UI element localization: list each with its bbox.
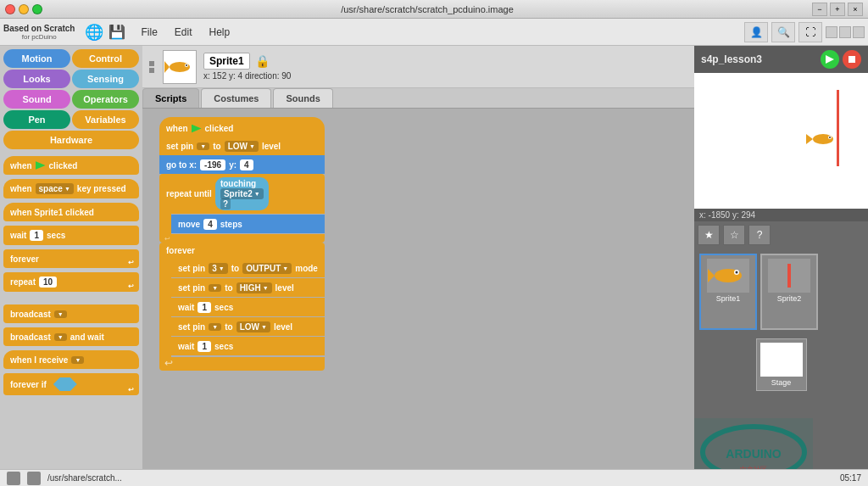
broadcast-wait-dd[interactable] bbox=[54, 333, 67, 341]
layout-btn1[interactable] bbox=[826, 26, 837, 38]
wait-num[interactable]: 1 bbox=[30, 230, 43, 241]
block-move-steps[interactable]: move 4 steps bbox=[171, 215, 325, 233]
block-text2: clicked bbox=[49, 161, 78, 170]
cat-operators[interactable]: Operators bbox=[72, 90, 139, 109]
star-tool[interactable]: ★ bbox=[698, 225, 720, 245]
sprite-name-box[interactable]: Sprite1 bbox=[203, 53, 250, 70]
block-broadcast[interactable]: broadcast bbox=[3, 304, 139, 323]
script-canvas[interactable]: when clicked set pin to LOW level go to … bbox=[142, 109, 694, 486]
block-broadcast-wait[interactable]: broadcast and wait bbox=[3, 327, 139, 346]
titlebar-icon3[interactable]: × bbox=[848, 3, 863, 16]
lock-icon[interactable]: 🔒 bbox=[255, 54, 270, 68]
cat-looks[interactable]: Looks bbox=[3, 70, 70, 88]
cat-pen[interactable]: Pen bbox=[3, 110, 70, 129]
block-repeat[interactable]: repeat 10 ↩ bbox=[3, 272, 139, 292]
star2-tool[interactable]: ☆ bbox=[723, 225, 745, 245]
close-button[interactable] bbox=[5, 4, 15, 14]
search-icon[interactable]: 🔍 bbox=[771, 22, 795, 42]
block-when-flag-clicked[interactable]: when clicked bbox=[3, 156, 139, 175]
block-forever[interactable]: forever ↩ bbox=[3, 249, 139, 268]
block-set-pin-output[interactable]: set pin 3 to OUTPUT mode bbox=[171, 259, 325, 277]
titlebar-icon1[interactable]: − bbox=[812, 3, 827, 16]
block-when-receive[interactable]: when I receive bbox=[3, 350, 139, 369]
minimize-button[interactable] bbox=[19, 4, 29, 14]
pin-dropdown1[interactable] bbox=[197, 142, 209, 150]
broadcast-dd[interactable] bbox=[54, 310, 67, 318]
block-go-to-xy[interactable]: go to x: -196 y: 4 bbox=[159, 155, 325, 174]
block-wait2[interactable]: wait 1 secs bbox=[171, 337, 325, 355]
tab-costumes[interactable]: Costumes bbox=[201, 88, 271, 108]
stop-button[interactable] bbox=[843, 50, 861, 69]
stage-item[interactable]: Stage bbox=[756, 338, 807, 391]
nav-up[interactable] bbox=[149, 61, 154, 66]
key-dropdown[interactable]: space bbox=[36, 183, 74, 194]
block-when-sprite1-clicked[interactable]: when Sprite1 clicked bbox=[3, 203, 139, 221]
tab-scripts[interactable]: Scripts bbox=[142, 88, 199, 108]
block-text: when bbox=[10, 161, 32, 170]
sprite-coords: x: 152 y: 4 direction: 90 bbox=[203, 71, 291, 81]
bool-slot bbox=[53, 377, 77, 391]
right-panel: s4p_lesson3 bbox=[694, 46, 868, 486]
left-panel: Motion Control Looks Sensing Sound Opera… bbox=[0, 46, 142, 486]
block-forever-if[interactable]: forever if ↩ bbox=[3, 373, 139, 395]
cat-hardware[interactable]: Hardware bbox=[3, 131, 139, 149]
menu-help[interactable]: Help bbox=[203, 23, 237, 42]
layout-btn2[interactable] bbox=[839, 26, 851, 38]
cat-sound[interactable]: Sound bbox=[3, 90, 70, 109]
stage-section: Stage bbox=[699, 338, 863, 413]
svg-point-13 bbox=[736, 271, 738, 274]
arrow-icon3: ↩ bbox=[128, 386, 134, 394]
cat-sensing[interactable]: Sensing bbox=[72, 70, 139, 88]
block-set-pin-high[interactable]: set pin to HIGH level bbox=[171, 278, 325, 297]
tab-sounds[interactable]: Sounds bbox=[273, 88, 332, 108]
fullscreen-icon[interactable]: ⛶ bbox=[798, 22, 822, 42]
svg-point-9 bbox=[829, 137, 831, 138]
category-buttons: Motion Control Looks Sensing Sound Opera… bbox=[0, 46, 142, 153]
layout-btn3[interactable] bbox=[853, 26, 865, 38]
svg-text:ARDUINO: ARDUINO bbox=[726, 447, 781, 461]
sprite-item-1[interactable]: Sprite1 bbox=[699, 254, 757, 330]
block-when-key-pressed[interactable]: when space key pressed bbox=[3, 179, 139, 198]
green-flag-button[interactable] bbox=[821, 50, 839, 69]
wait1-num[interactable]: 1 bbox=[198, 302, 211, 313]
help-tool[interactable]: ? bbox=[748, 225, 771, 245]
window-controls[interactable] bbox=[5, 4, 42, 14]
titlebar-icon2[interactable]: + bbox=[830, 3, 845, 16]
menu-file[interactable]: File bbox=[134, 23, 164, 42]
globe-icon[interactable]: 🌐 bbox=[85, 23, 103, 42]
repeat-until-header[interactable]: repeat until touching Sprite2 ? bbox=[159, 174, 325, 214]
forever-header[interactable]: forever bbox=[159, 243, 325, 259]
nav-down[interactable] bbox=[149, 68, 154, 73]
sprite-header: Sprite1 🔒 x: 152 y: 4 direction: 90 bbox=[142, 46, 694, 88]
wait2-num[interactable]: 1 bbox=[198, 341, 211, 352]
svg-rect-4 bbox=[694, 73, 868, 209]
cat-motion[interactable]: Motion bbox=[3, 49, 70, 68]
output-dd[interactable]: OUTPUT bbox=[242, 263, 292, 274]
person-icon[interactable]: 👤 bbox=[744, 22, 768, 42]
maximize-button[interactable] bbox=[32, 4, 42, 14]
cat-control[interactable]: Control bbox=[72, 49, 139, 68]
cat-variables[interactable]: Variables bbox=[72, 110, 139, 129]
block-set-pin-low2[interactable]: set pin to LOW level bbox=[171, 317, 325, 336]
block-wait1[interactable]: wait 1 secs bbox=[171, 298, 325, 316]
receive-dd[interactable] bbox=[71, 356, 84, 364]
low-dropdown[interactable]: LOW bbox=[225, 141, 259, 152]
block-repeat-until: repeat until touching Sprite2 ? move bbox=[159, 174, 325, 243]
flag-icon bbox=[36, 161, 46, 170]
block-set-pin-low[interactable]: set pin to LOW level bbox=[159, 137, 325, 155]
low2-dd[interactable]: LOW bbox=[236, 321, 270, 332]
x-val[interactable]: -196 bbox=[200, 159, 225, 170]
y-val[interactable]: 4 bbox=[240, 159, 253, 170]
pin-dd3[interactable] bbox=[209, 323, 221, 331]
pin-dd2[interactable] bbox=[209, 284, 221, 292]
menu-edit[interactable]: Edit bbox=[168, 23, 199, 42]
pin3-dd[interactable]: 3 bbox=[209, 263, 228, 274]
sprite-item-2[interactable]: Sprite2 bbox=[760, 254, 818, 330]
block-when-clicked[interactable]: when clicked bbox=[159, 117, 325, 137]
steps-num[interactable]: 4 bbox=[203, 219, 217, 230]
svg-point-3 bbox=[186, 64, 187, 66]
repeat-num[interactable]: 10 bbox=[39, 277, 57, 288]
high-dd[interactable]: HIGH bbox=[236, 282, 272, 293]
save-icon[interactable]: 💾 bbox=[108, 24, 125, 40]
block-wait[interactable]: wait 1 secs bbox=[3, 226, 139, 245]
